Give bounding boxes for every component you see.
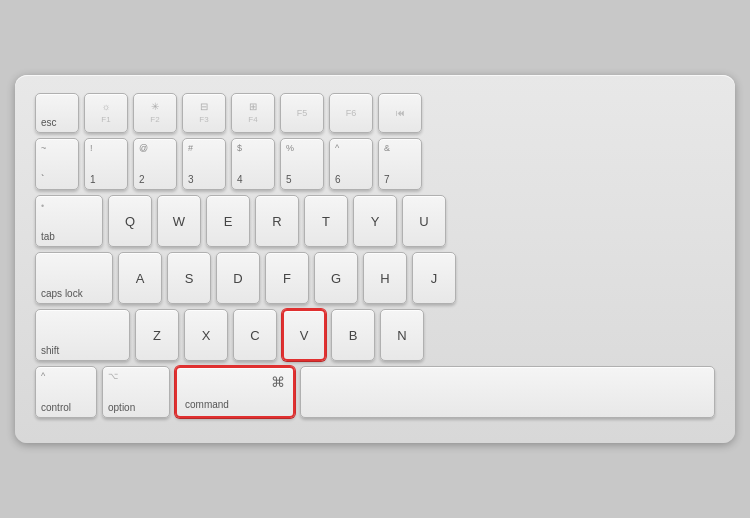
- key-shift-left[interactable]: shift: [35, 309, 130, 361]
- key-e-label: E: [207, 214, 249, 229]
- key-2[interactable]: @ 2: [133, 138, 177, 190]
- key-5-bottom: 5: [286, 174, 292, 185]
- key-d-label: D: [217, 271, 259, 286]
- key-a-label: A: [119, 271, 161, 286]
- key-j-label: J: [413, 271, 455, 286]
- key-tilde-bottom: `: [41, 174, 44, 185]
- key-4-bottom: 4: [237, 174, 243, 185]
- key-f7[interactable]: ⏮: [378, 93, 422, 133]
- key-3[interactable]: # 3: [182, 138, 226, 190]
- key-spacebar[interactable]: [300, 366, 715, 418]
- key-tilde[interactable]: ~ `: [35, 138, 79, 190]
- key-option-symbol: ⌥: [108, 371, 118, 381]
- key-n-label: N: [381, 328, 423, 343]
- key-f-label: F: [266, 271, 308, 286]
- key-5-top: %: [286, 143, 294, 153]
- key-s-label: S: [168, 271, 210, 286]
- key-tab-dot: •: [41, 201, 44, 211]
- key-j[interactable]: J: [412, 252, 456, 304]
- key-v[interactable]: V: [282, 309, 326, 361]
- key-esc[interactable]: esc: [35, 93, 79, 133]
- key-tilde-top: ~: [41, 143, 46, 153]
- qwerty-row: tab • Q W E R T Y U: [35, 195, 715, 247]
- key-7-top: &: [384, 143, 390, 153]
- key-n[interactable]: N: [380, 309, 424, 361]
- key-5[interactable]: % 5: [280, 138, 324, 190]
- key-f5[interactable]: F5: [280, 93, 324, 133]
- key-y-label: Y: [354, 214, 396, 229]
- key-t-label: T: [305, 214, 347, 229]
- key-tab[interactable]: tab •: [35, 195, 103, 247]
- key-f5-icon: F5: [297, 108, 308, 119]
- key-3-top: #: [188, 143, 193, 153]
- key-1-bottom: 1: [90, 174, 96, 185]
- key-a[interactable]: A: [118, 252, 162, 304]
- key-c[interactable]: C: [233, 309, 277, 361]
- key-d[interactable]: D: [216, 252, 260, 304]
- key-w[interactable]: W: [157, 195, 201, 247]
- key-option-label: option: [108, 402, 135, 413]
- key-e[interactable]: E: [206, 195, 250, 247]
- key-1[interactable]: ! 1: [84, 138, 128, 190]
- key-1-top: !: [90, 143, 93, 153]
- key-f[interactable]: F: [265, 252, 309, 304]
- key-z[interactable]: Z: [135, 309, 179, 361]
- key-3-bottom: 3: [188, 174, 194, 185]
- key-4-top: $: [237, 143, 242, 153]
- key-f1-icon: ☼F1: [101, 101, 110, 125]
- key-q[interactable]: Q: [108, 195, 152, 247]
- key-option[interactable]: ⌥ option: [102, 366, 170, 418]
- key-w-label: W: [158, 214, 200, 229]
- key-command-label: command: [185, 399, 229, 410]
- key-control[interactable]: ^ control: [35, 366, 97, 418]
- key-4[interactable]: $ 4: [231, 138, 275, 190]
- key-f3-icon: ⊟F3: [199, 101, 208, 125]
- key-2-top: @: [139, 143, 148, 153]
- key-x[interactable]: X: [184, 309, 228, 361]
- key-esc-label: esc: [41, 117, 57, 128]
- key-f4[interactable]: ⊞F4: [231, 93, 275, 133]
- key-c-label: C: [234, 328, 276, 343]
- key-u[interactable]: U: [402, 195, 446, 247]
- key-control-caret: ^: [41, 371, 45, 381]
- key-v-label: V: [284, 328, 324, 343]
- key-h-label: H: [364, 271, 406, 286]
- key-f2-icon: ✳F2: [150, 101, 159, 125]
- key-r-label: R: [256, 214, 298, 229]
- key-z-label: Z: [136, 328, 178, 343]
- key-tab-label: tab: [41, 231, 55, 242]
- key-2-bottom: 2: [139, 174, 145, 185]
- key-7[interactable]: & 7: [378, 138, 422, 190]
- key-control-label: control: [41, 402, 71, 413]
- key-y[interactable]: Y: [353, 195, 397, 247]
- key-f6[interactable]: F6: [329, 93, 373, 133]
- key-capslock-label: caps lock: [41, 288, 83, 299]
- key-s[interactable]: S: [167, 252, 211, 304]
- key-r[interactable]: R: [255, 195, 299, 247]
- key-b[interactable]: B: [331, 309, 375, 361]
- key-6-top: ^: [335, 143, 339, 153]
- key-h[interactable]: H: [363, 252, 407, 304]
- key-f1[interactable]: ☼F1: [84, 93, 128, 133]
- key-g[interactable]: G: [314, 252, 358, 304]
- modifier-row: ^ control ⌥ option command ⌘: [35, 366, 715, 418]
- key-capslock[interactable]: caps lock: [35, 252, 113, 304]
- key-command[interactable]: command ⌘: [175, 366, 295, 418]
- key-q-label: Q: [109, 214, 151, 229]
- key-f2[interactable]: ✳F2: [133, 93, 177, 133]
- home-row: caps lock A S D F G H J: [35, 252, 715, 304]
- key-f7-icon: ⏮: [396, 108, 405, 119]
- key-x-label: X: [185, 328, 227, 343]
- number-row: ~ ` ! 1 @ 2 # 3 $ 4 % 5 ^ 6 & 7: [35, 138, 715, 190]
- key-b-label: B: [332, 328, 374, 343]
- key-f6-icon: F6: [346, 108, 357, 119]
- fn-row: esc ☼F1 ✳F2 ⊟F3 ⊞F4 F5 F6 ⏮: [35, 93, 715, 133]
- key-t[interactable]: T: [304, 195, 348, 247]
- bottom-letter-row: shift Z X C V B N: [35, 309, 715, 361]
- key-g-label: G: [315, 271, 357, 286]
- key-6[interactable]: ^ 6: [329, 138, 373, 190]
- key-6-bottom: 6: [335, 174, 341, 185]
- key-f3[interactable]: ⊟F3: [182, 93, 226, 133]
- key-command-icon: ⌘: [271, 374, 285, 390]
- key-f4-icon: ⊞F4: [248, 101, 257, 125]
